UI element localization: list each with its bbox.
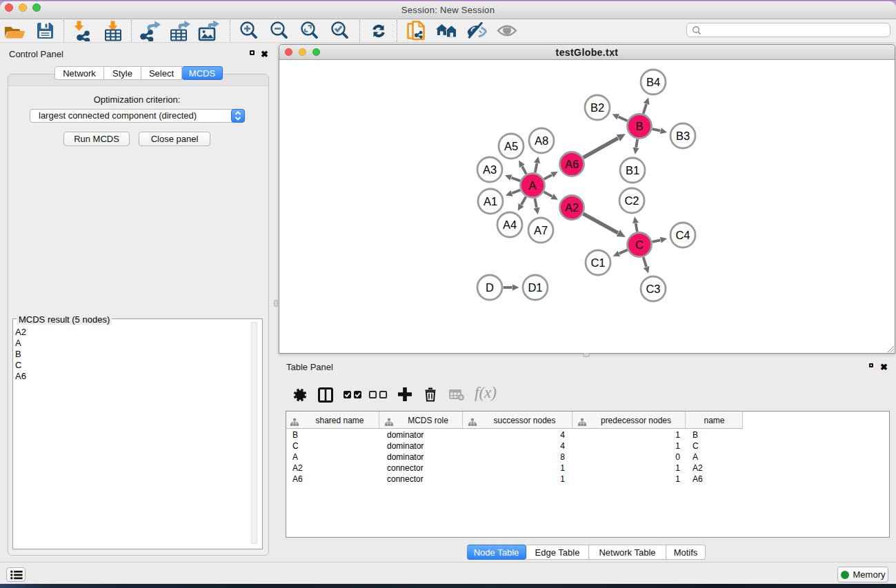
svg-text:B: B bbox=[635, 120, 643, 132]
svg-text:A7: A7 bbox=[534, 224, 548, 236]
svg-text:A: A bbox=[528, 179, 536, 192]
svg-text:C: C bbox=[635, 239, 644, 251]
svg-text:D: D bbox=[486, 281, 494, 294]
svg-text:A4: A4 bbox=[503, 219, 517, 231]
svg-text:A3: A3 bbox=[483, 163, 497, 176]
svg-text:A5: A5 bbox=[504, 140, 518, 152]
svg-text:A2: A2 bbox=[565, 201, 579, 214]
svg-text:B2: B2 bbox=[590, 101, 604, 114]
svg-text:C2: C2 bbox=[624, 194, 639, 207]
svg-text:B4: B4 bbox=[646, 76, 660, 88]
svg-text:C3: C3 bbox=[646, 283, 660, 295]
svg-text:A1: A1 bbox=[484, 195, 497, 207]
svg-text:C1: C1 bbox=[590, 256, 605, 269]
svg-text:A8: A8 bbox=[535, 134, 548, 147]
svg-text:B1: B1 bbox=[626, 164, 639, 176]
svg-text:D1: D1 bbox=[528, 281, 542, 294]
svg-text:B3: B3 bbox=[676, 130, 690, 142]
svg-text:C4: C4 bbox=[675, 229, 690, 241]
svg-text:A6: A6 bbox=[565, 158, 579, 170]
